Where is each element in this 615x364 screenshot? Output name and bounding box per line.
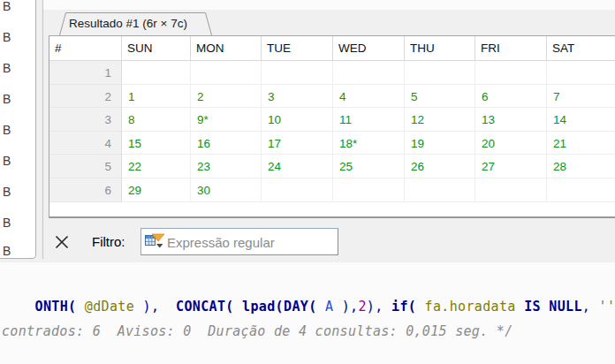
sql-token: ), — [333, 299, 358, 315]
sql-token: CONCAT( — [176, 299, 234, 315]
grid-cell[interactable]: 25 — [333, 155, 405, 178]
column-header-fri[interactable]: FRI — [475, 36, 547, 60]
grid-cell[interactable]: 28 — [547, 155, 615, 178]
column-header-rownum[interactable]: # — [49, 36, 122, 60]
sql-token: ), — [367, 299, 391, 315]
grid-cell[interactable]: 18* — [333, 132, 405, 155]
panel-splitter[interactable] — [42, 0, 43, 259]
grid-cell[interactable] — [333, 178, 405, 202]
grid-cell[interactable] — [475, 178, 547, 202]
table-row: 3 8 9* 10 11 12 13 14 — [49, 108, 615, 132]
grid-cell[interactable]: 17 — [262, 132, 333, 155]
grid-cell[interactable]: 13 — [475, 108, 547, 132]
grid-cell[interactable] — [405, 61, 475, 85]
result-grid: # SUN MON TUE WED THU FRI SAT 1 2 1 2 3 … — [49, 35, 615, 218]
tree-item[interactable]: B — [3, 185, 11, 199]
column-header-sun[interactable]: SUN — [122, 36, 191, 60]
tab-resultado[interactable]: Resultado #1 (6r × 7c) — [55, 12, 217, 36]
grid-cell[interactable]: 12 — [405, 108, 475, 132]
grid-cell[interactable]: 8 — [122, 108, 191, 132]
grid-cell[interactable] — [547, 61, 615, 85]
grid-cell[interactable]: 19 — [405, 132, 475, 155]
column-header-tue[interactable]: TUE — [262, 36, 333, 60]
tree-item[interactable]: B — [3, 92, 11, 106]
grid-cell[interactable] — [262, 178, 333, 202]
grid-cell[interactable]: 10 — [262, 108, 333, 132]
grid-cell[interactable]: 6 — [475, 85, 547, 109]
sql-comment-line: contrados: 6 Avisos: 0 Duração de 4 cons… — [2, 323, 513, 339]
close-filter-icon[interactable] — [54, 234, 70, 250]
grid-cell[interactable]: 9* — [191, 108, 262, 132]
grid-cell[interactable]: 29 — [122, 178, 191, 202]
sql-token — [516, 299, 524, 315]
filter-label: Filtro: — [92, 234, 125, 249]
workspace-background: B B B B B B B B B Resultado #1 (6r × 7c)… — [0, 0, 615, 262]
grid-cell[interactable] — [475, 61, 547, 85]
grid-cell[interactable]: 14 — [547, 108, 615, 132]
grid-cell[interactable] — [122, 61, 191, 85]
grid-cell[interactable] — [262, 61, 333, 85]
sql-token: ONTH( — [35, 299, 77, 315]
sql-token: @dDate — [85, 299, 134, 315]
grid-cell[interactable]: 30 — [191, 178, 262, 202]
grid-cell[interactable]: 20 — [475, 132, 547, 155]
grid-cell[interactable]: 16 — [191, 132, 262, 155]
sql-token — [317, 299, 325, 315]
grid-cell[interactable]: 2 — [191, 85, 262, 109]
grid-cell[interactable]: 27 — [475, 155, 547, 178]
sql-token — [234, 299, 242, 315]
grid-cell[interactable] — [547, 178, 615, 202]
filter-input[interactable] — [165, 231, 337, 254]
row-number[interactable]: 3 — [49, 108, 122, 132]
sql-token — [76, 299, 84, 315]
column-header-wed[interactable]: WED — [333, 36, 405, 60]
tree-item[interactable]: B — [3, 61, 11, 75]
grid-cell[interactable]: 4 — [333, 85, 405, 109]
tree-item[interactable]: B — [3, 154, 11, 168]
tree-item[interactable]: B — [3, 216, 11, 230]
sql-token: DAY( — [284, 299, 317, 315]
grid-cell[interactable]: 22 — [122, 155, 191, 178]
column-header-sat[interactable]: SAT — [547, 36, 615, 60]
sql-token: fa.horadata — [425, 299, 516, 315]
grid-cell[interactable] — [405, 178, 475, 202]
sql-token — [416, 299, 424, 315]
sql-editor[interactable]: ONTH( @dDate ), CONCAT( lpad(DAY( A ),2)… — [0, 262, 615, 364]
grid-cell[interactable]: 21 — [547, 132, 615, 155]
grid-cell[interactable]: 15 — [122, 132, 191, 155]
grid-cell[interactable]: 7 — [547, 85, 615, 109]
regex-filter-icon[interactable] — [145, 233, 164, 249]
grid-cell[interactable]: 24 — [262, 155, 333, 178]
grid-header-row: # SUN MON TUE WED THU FRI SAT — [49, 36, 615, 61]
sql-token: if( — [391, 299, 416, 315]
tree-item[interactable]: B — [3, 123, 11, 137]
sql-token: ), — [134, 299, 176, 315]
grid-cell[interactable] — [191, 61, 262, 85]
row-number[interactable]: 4 — [49, 132, 122, 155]
row-number[interactable]: 5 — [49, 155, 122, 178]
grid-cell[interactable]: 5 — [405, 85, 475, 109]
row-number[interactable]: 6 — [49, 178, 122, 202]
sql-token: lpad( — [242, 299, 284, 315]
tree-item[interactable]: B — [3, 0, 11, 13]
sql-token: , — [582, 299, 599, 315]
tree-item[interactable]: B — [3, 30, 11, 44]
table-row: 1 — [49, 61, 615, 85]
column-header-thu[interactable]: THU — [405, 36, 475, 60]
grid-cell[interactable]: 26 — [405, 155, 475, 178]
row-number[interactable]: 2 — [49, 85, 122, 109]
sql-token: IS NULL — [524, 299, 582, 315]
toolbar-edge — [43, 0, 615, 10]
grid-cell[interactable]: 23 — [191, 155, 262, 178]
sql-token: A — [325, 299, 333, 315]
column-header-mon[interactable]: MON — [191, 36, 262, 60]
grid-cell[interactable]: 3 — [262, 85, 333, 109]
row-number[interactable]: 1 — [49, 61, 122, 85]
grid-cell[interactable]: 11 — [333, 108, 405, 132]
tab-label: Resultado #1 (6r × 7c) — [69, 17, 187, 30]
grid-cell[interactable]: 1 — [122, 85, 191, 109]
table-row: 2 1 2 3 4 5 6 7 — [49, 85, 615, 109]
tree-item[interactable]: B — [3, 244, 11, 258]
grid-cell[interactable] — [333, 61, 405, 85]
database-tree-panel: B B B B B B B B B — [0, 0, 36, 259]
